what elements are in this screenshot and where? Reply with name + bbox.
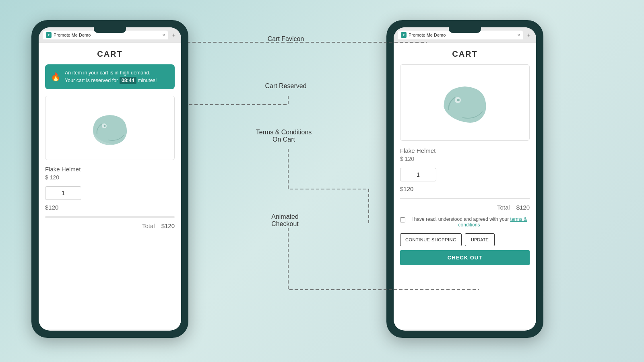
product-image-right [400,64,530,141]
helmet-svg-left [86,104,134,152]
cart-title-right: CART [400,49,530,59]
phone-screen-left: 2 Promote Me Demo × + CART 🔥 An item in … [39,27,181,331]
fire-icon: 🔥 [51,72,61,82]
cart-content-left: CART 🔥 An item in your cart is in high d… [39,43,181,329]
phone-right: 2 Promote Me Demo × + CART Flak [386,20,543,338]
line-price-right: $120 [400,185,530,192]
terms-text: I have read, understood and agreed with … [409,216,530,228]
divider-left [45,216,175,218]
product-price-left: $ 120 [45,174,175,181]
continue-shopping-button[interactable]: CONTINUE SHOPPING [400,233,462,246]
timer-badge: 08:44 [120,77,136,84]
tab-favicon-right: 2 [401,32,407,38]
svg-point-4 [457,99,460,101]
cart-content-right: CART Flake Helmet $ 120 $120 Total $120 [394,43,536,329]
helmet-svg-right [435,72,495,133]
product-name-right: Flake Helmet [400,147,530,154]
reserved-text: An item in your cart is in high demand. … [65,69,157,84]
tab-favicon-left: 2 [46,32,52,38]
product-price-right: $ 120 [400,156,530,162]
update-button[interactable]: UPDATE [465,233,495,246]
svg-point-2 [104,125,106,127]
product-name-left: Flake Helmet [45,166,175,173]
divider-right [400,198,530,199]
annotation-cart-favicon: Cart Favicon [250,35,322,43]
total-row-left: Total $120 [45,222,175,229]
phone-left: 2 Promote Me Demo × + CART 🔥 An item in … [31,20,188,338]
total-amount-right: $120 [516,204,530,211]
phone-notch-left [94,27,126,33]
total-amount-left: $120 [161,222,175,229]
cart-buttons: CONTINUE SHOPPING UPDATE [400,233,530,246]
terms-row: I have read, understood and agreed with … [400,216,530,228]
annotation-terms: Terms & ConditionsOn Cart [239,129,328,143]
product-image-left [45,96,175,160]
annotation-cart-reserved: Cart Reserved [250,82,322,90]
total-label-right: Total [497,204,510,211]
tab-title-right: Promote Me Demo [409,33,515,37]
tab-new-right[interactable]: + [526,32,532,38]
phone-notch-right [449,27,481,33]
quantity-input-right[interactable] [400,168,436,181]
reserved-banner: 🔥 An item in your cart is in high demand… [45,64,175,89]
quantity-input-left[interactable] [45,186,81,200]
tab-close-right[interactable]: × [517,33,520,37]
total-row-right: Total $120 [400,204,530,211]
terms-checkbox[interactable] [400,217,405,222]
cart-title-left: CART [45,49,175,59]
tab-new-left[interactable]: + [171,32,177,38]
tab-close-left[interactable]: × [162,33,165,37]
total-label-left: Total [142,222,155,229]
phone-screen-right: 2 Promote Me Demo × + CART Flak [394,27,536,331]
annotation-animated: AnimatedCheckout [249,213,321,228]
tab-title-left: Promote Me Demo [54,33,160,37]
checkout-button[interactable]: CHECK OUT [400,250,530,265]
line-price-left: $120 [45,204,175,211]
